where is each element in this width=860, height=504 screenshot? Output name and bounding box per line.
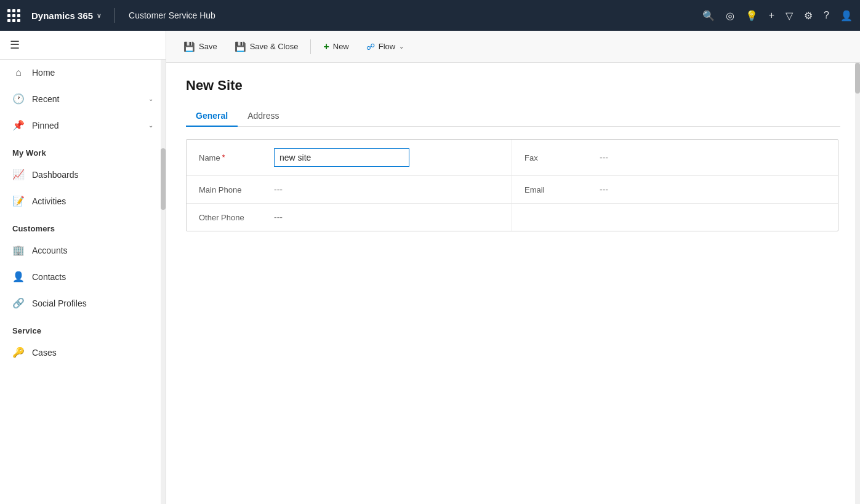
sidebar-item-label: Cases	[32, 348, 153, 358]
sidebar-item-label: Home	[32, 68, 153, 78]
sidebar-item-pinned[interactable]: 📌 Pinned ⌄	[0, 112, 166, 138]
save-close-icon: 💾	[235, 41, 246, 52]
app-name-text: Dynamics 365	[31, 10, 93, 21]
social-profiles-icon: 🔗	[12, 297, 25, 309]
main-layout: ☰ ⌂ Home 🕐 Recent ⌄ 📌 Pinned ⌄ My Work 📈…	[0, 31, 860, 504]
activities-icon: 📝	[12, 195, 25, 207]
section-header-customers: Customers	[0, 214, 166, 237]
dashboards-icon: 📈	[12, 169, 25, 180]
field-label-fax: Fax	[524, 153, 592, 162]
sidebar-item-label: Activities	[32, 196, 153, 206]
sidebar-item-label: Pinned	[32, 121, 141, 130]
flow-chevron-icon: ⌄	[399, 43, 404, 50]
main-phone-value[interactable]: ---	[274, 185, 499, 194]
recent-icon: 🕐	[12, 93, 25, 105]
sidebar-scrollbar-thumb[interactable]	[161, 148, 166, 210]
help-icon[interactable]: ?	[824, 10, 829, 21]
new-button[interactable]: + New	[316, 38, 356, 56]
pin-icon: 📌	[12, 119, 25, 131]
sidebar-item-dashboards[interactable]: 📈 Dashboards	[0, 161, 166, 188]
contacts-icon: 👤	[12, 271, 25, 282]
name-input[interactable]	[274, 148, 409, 167]
form-row-2: Main Phone --- Email ---	[187, 176, 838, 204]
sidebar-item-label: Contacts	[32, 272, 153, 282]
add-icon[interactable]: +	[769, 10, 774, 21]
sidebar: ☰ ⌂ Home 🕐 Recent ⌄ 📌 Pinned ⌄ My Work 📈…	[0, 31, 166, 504]
hamburger-icon[interactable]: ☰	[10, 38, 20, 52]
chevron-down-icon: ⌄	[148, 122, 153, 129]
toolbar: 💾 Save 💾 Save & Close + New ☍ Flow ⌄	[166, 31, 860, 63]
top-nav-left: Dynamics 365 ∨ Customer Service Hub	[7, 8, 702, 23]
sidebar-item-label: Dashboards	[32, 170, 153, 180]
section-header-service: Service	[0, 316, 166, 339]
lightbulb-icon[interactable]: 💡	[745, 10, 758, 22]
form-cell-fax: Fax ---	[512, 140, 838, 175]
flow-button[interactable]: ☍ Flow ⌄	[359, 38, 411, 55]
section-header-my-work: My Work	[0, 138, 166, 161]
sidebar-scroll: ⌂ Home 🕐 Recent ⌄ 📌 Pinned ⌄ My Work 📈 D…	[0, 60, 166, 504]
app-chevron-icon: ∨	[97, 12, 101, 19]
save-close-button[interactable]: 💾 Save & Close	[227, 38, 306, 56]
page-content: New Site General Address Name *	[166, 63, 860, 504]
sidebar-item-cases[interactable]: 🔑 Cases	[0, 339, 166, 366]
content-scrollbar-thumb[interactable]	[855, 63, 860, 94]
sidebar-item-label: Accounts	[32, 246, 153, 255]
form-cell-other-phone: Other Phone ---	[187, 204, 512, 231]
user-icon[interactable]: 👤	[840, 10, 853, 22]
tabs: General Address	[186, 106, 840, 127]
sidebar-item-activities[interactable]: 📝 Activities	[0, 188, 166, 214]
fax-value[interactable]: ---	[600, 153, 826, 162]
save-button[interactable]: 💾 Save	[176, 38, 225, 56]
filter-icon[interactable]: ▽	[786, 10, 793, 22]
field-label-other-phone: Other Phone	[199, 213, 267, 222]
sidebar-item-social-profiles[interactable]: 🔗 Social Profiles	[0, 290, 166, 316]
chevron-down-icon: ⌄	[148, 95, 153, 102]
sidebar-item-label: Recent	[32, 94, 141, 104]
toolbar-separator	[310, 39, 311, 54]
top-nav-right: 🔍 ◎ 💡 + ▽ ⚙ ? 👤	[702, 10, 853, 22]
cases-icon: 🔑	[12, 346, 25, 358]
page-title: New Site	[186, 78, 840, 94]
form-cell-name: Name *	[187, 140, 512, 175]
new-label: New	[333, 42, 349, 51]
flow-icon: ☍	[366, 42, 375, 52]
sidebar-item-home[interactable]: ⌂ Home	[0, 60, 166, 86]
field-label-name: Name *	[199, 153, 267, 162]
other-phone-value[interactable]: ---	[274, 212, 499, 222]
sidebar-item-label: Social Profiles	[32, 298, 153, 308]
sidebar-scrollbar-track	[161, 60, 166, 504]
sidebar-item-recent[interactable]: 🕐 Recent ⌄	[0, 86, 166, 112]
save-close-label: Save & Close	[250, 42, 299, 51]
email-value[interactable]: ---	[600, 185, 826, 194]
app-name[interactable]: Dynamics 365 ∨	[31, 10, 101, 21]
save-icon: 💾	[183, 41, 195, 52]
form-row-1: Name * Fax ---	[187, 140, 838, 176]
accounts-icon: 🏢	[12, 244, 25, 256]
content-scrollbar-track	[855, 63, 860, 504]
new-icon: +	[323, 41, 329, 52]
form-row-3: Other Phone ---	[187, 204, 838, 231]
form-cell-blank	[512, 204, 838, 231]
home-icon: ⌂	[12, 67, 25, 78]
nav-divider	[115, 8, 115, 23]
form-cell-email: Email ---	[512, 176, 838, 203]
flow-label: Flow	[379, 42, 395, 51]
save-label: Save	[199, 42, 217, 51]
sidebar-item-accounts[interactable]: 🏢 Accounts	[0, 237, 166, 263]
form-cell-main-phone: Main Phone ---	[187, 176, 512, 203]
tab-general[interactable]: General	[186, 106, 238, 127]
hub-name: Customer Service Hub	[129, 10, 215, 20]
sidebar-top: ☰	[0, 31, 166, 60]
content-area: 💾 Save 💾 Save & Close + New ☍ Flow ⌄ New…	[166, 31, 860, 504]
top-nav: Dynamics 365 ∨ Customer Service Hub 🔍 ◎ …	[0, 0, 860, 31]
settings-icon[interactable]: ⚙	[804, 10, 813, 22]
target-icon[interactable]: ◎	[726, 10, 734, 22]
form-container: Name * Fax --- Main Phone ---	[186, 139, 838, 231]
search-icon[interactable]: 🔍	[702, 10, 715, 22]
required-indicator: *	[222, 153, 225, 162]
tab-address[interactable]: Address	[238, 106, 289, 127]
waffle-icon[interactable]	[7, 9, 20, 22]
field-label-email: Email	[524, 185, 592, 194]
sidebar-item-contacts[interactable]: 👤 Contacts	[0, 263, 166, 290]
field-label-main-phone: Main Phone	[199, 185, 267, 194]
